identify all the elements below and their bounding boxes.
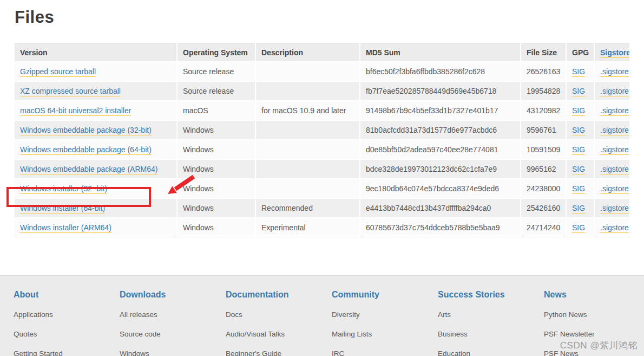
gpg-sig-link[interactable]: SIG: [572, 184, 585, 194]
gpg-sig-link[interactable]: SIG: [572, 145, 585, 155]
footer-link-applications[interactable]: Applications: [14, 310, 53, 319]
sigstore-link[interactable]: .sigstore: [600, 184, 629, 194]
version-link[interactable]: Windows installer (32 -bit): [20, 184, 107, 194]
md5-cell: 9ec180db64c074e57bdcca8374e9ded6: [360, 179, 521, 198]
footer-link-arts[interactable]: Arts: [438, 310, 451, 319]
footer-item: Quotes: [14, 329, 120, 338]
footer-item: PSF News: [544, 349, 644, 356]
footer-item: Mailing Lists: [332, 329, 438, 338]
filesize-cell: 43120982: [521, 101, 566, 120]
footer-column: About ApplicationsQuotesGetting Started: [14, 290, 120, 356]
description-cell: [255, 81, 360, 101]
description-cell: [255, 179, 360, 198]
footer-heading-news[interactable]: News: [544, 290, 567, 300]
sigstore-link[interactable]: .sigstore: [600, 106, 629, 116]
description-cell: for macOS 10.9 and later: [255, 101, 360, 120]
footer-link-mailing-lists[interactable]: Mailing Lists: [332, 330, 372, 338]
table-row: Gzipped source tarball Source release bf…: [15, 62, 629, 81]
footer-link-source-code[interactable]: Source code: [120, 330, 161, 338]
filesize-cell: 9965162: [521, 159, 566, 179]
version-link[interactable]: macOS 64-bit universal2 installer: [20, 106, 131, 116]
footer-item: Source code: [120, 329, 226, 338]
footer-heading-success-stories[interactable]: Success Stories: [438, 290, 505, 300]
md5-cell: 60785673d37c754ddceb5788b5e5baa9: [360, 218, 521, 237]
version-link[interactable]: Windows embeddable package (32-bit): [20, 126, 152, 135]
footer-heading-community[interactable]: Community: [332, 290, 379, 300]
os-cell: Windows: [177, 179, 255, 198]
footer-link-irc[interactable]: IRC: [332, 349, 344, 356]
table-row: XZ compressed source tarball Source rele…: [15, 81, 629, 101]
footer-column: Success Stories ArtsBusinessEducation: [438, 290, 544, 356]
footer-link-business[interactable]: Business: [438, 330, 468, 338]
version-link[interactable]: Gzipped source tarball: [20, 67, 96, 77]
description-cell: [255, 140, 360, 159]
footer-item: Beginner's Guide: [226, 349, 332, 356]
footer-link-audio-visual-talks[interactable]: Audio/Visual Talks: [226, 330, 285, 338]
footer-heading-documentation[interactable]: Documentation: [226, 290, 288, 300]
column-header-file-size: File Size: [521, 44, 566, 62]
footer-link-python-news[interactable]: Python News: [544, 310, 587, 319]
sigstore-header-link[interactable]: Sigstore: [600, 48, 629, 58]
sigstore-link[interactable]: .sigstore: [600, 204, 629, 213]
table-row: Windows embeddable package (64-bit) Wind…: [15, 140, 629, 159]
footer-link-getting-started[interactable]: Getting Started: [14, 349, 63, 356]
version-link[interactable]: Windows installer (64-bit): [20, 204, 105, 213]
gpg-sig-link[interactable]: SIG: [572, 126, 585, 135]
gpg-sig-link[interactable]: SIG: [572, 165, 585, 174]
files-table: VersionOperating SystemDescriptionMD5 Su…: [15, 43, 629, 237]
version-link[interactable]: Windows installer (ARM64): [20, 223, 111, 233]
md5-cell: fb7f7eae520285788449d569e45b6718: [360, 81, 521, 101]
footer-link-all-releases[interactable]: All releases: [120, 310, 157, 319]
filesize-cell: 9596761: [521, 120, 566, 140]
filesize-cell: 26526163: [521, 62, 566, 81]
gpg-sig-link[interactable]: SIG: [572, 106, 585, 116]
table-row: Windows installer (64-bit) Windows Recom…: [15, 198, 629, 218]
sigstore-link[interactable]: .sigstore: [600, 126, 629, 135]
version-link[interactable]: Windows embeddable package (64-bit): [20, 145, 152, 155]
footer-link-docs[interactable]: Docs: [226, 310, 242, 319]
gpg-sig-link[interactable]: SIG: [572, 223, 585, 233]
md5-cell: bf6ec50f2f3bfa6ffbdb385286f2c628: [360, 62, 521, 81]
gpg-sig-link[interactable]: SIG: [572, 204, 585, 213]
table-row: macOS 64-bit universal2 installer macOS …: [15, 101, 629, 120]
footer-link-psf-newsletter[interactable]: PSF Newsletter: [544, 330, 595, 338]
os-cell: Windows: [177, 140, 255, 159]
sigstore-link[interactable]: .sigstore: [600, 67, 629, 77]
sigstore-link[interactable]: .sigstore: [600, 165, 629, 174]
filesize-cell: 24714240: [521, 218, 566, 237]
footer-link-quotes[interactable]: Quotes: [14, 330, 37, 338]
footer-link-education[interactable]: Education: [438, 349, 470, 356]
version-link[interactable]: Windows embeddable package (ARM64): [20, 165, 157, 174]
footer-item: Docs: [226, 310, 332, 319]
sigstore-link[interactable]: .sigstore: [600, 87, 629, 96]
footer-item: Applications: [14, 310, 120, 319]
column-header-description: Description: [255, 44, 360, 62]
footer-link-psf-news[interactable]: PSF News: [544, 349, 579, 356]
version-link[interactable]: XZ compressed source tarball: [20, 87, 121, 96]
filesize-cell: 10591509: [521, 140, 566, 159]
footer-heading-about[interactable]: About: [14, 290, 38, 300]
os-cell: Windows: [177, 159, 255, 179]
table-row: Windows installer (32 -bit) Windows 9ec1…: [15, 179, 629, 198]
footer-item: Getting Started: [14, 349, 120, 356]
sigstore-link[interactable]: .sigstore: [600, 145, 629, 155]
gpg-sig-link[interactable]: SIG: [572, 67, 585, 77]
os-cell: Source release: [177, 62, 255, 81]
footer-heading-downloads[interactable]: Downloads: [120, 290, 166, 300]
column-header-operating-system: Operating System: [177, 44, 255, 62]
description-cell: Recommended: [255, 198, 360, 218]
footer-link-windows[interactable]: Windows: [120, 349, 149, 356]
sigstore-link[interactable]: .sigstore: [600, 223, 629, 233]
footer-item: Python News: [544, 310, 644, 319]
md5-cell: e4413bb7448cd13b437dffffba294ca0: [360, 198, 521, 218]
footer-column: News Python NewsPSF NewsletterPSF News: [544, 290, 644, 356]
os-cell: macOS: [177, 101, 255, 120]
gpg-sig-link[interactable]: SIG: [572, 87, 585, 96]
os-cell: Source release: [177, 81, 255, 101]
footer-item: Audio/Visual Talks: [226, 329, 332, 338]
os-cell: Windows: [177, 198, 255, 218]
filesize-cell: 25426160: [521, 198, 566, 218]
os-cell: Windows: [177, 218, 255, 237]
footer-link-beginner-s-guide[interactable]: Beginner's Guide: [226, 349, 281, 356]
footer-link-diversity[interactable]: Diversity: [332, 310, 360, 319]
